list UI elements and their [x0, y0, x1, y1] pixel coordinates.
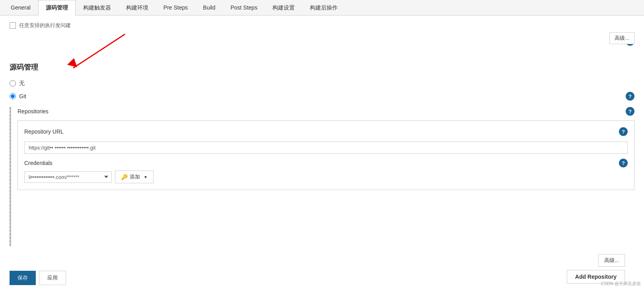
radio-none-input[interactable]: [10, 80, 16, 87]
red-arrow-svg: [57, 32, 129, 72]
tab-pre-steps[interactable]: Pre Steps: [156, 0, 195, 16]
repo-url-field-row: Repository URL ?: [24, 127, 628, 136]
radio-none-label: 无: [19, 80, 25, 87]
tab-build[interactable]: Build: [195, 0, 223, 16]
repository-box: Repository URL ? Credentials ? li•••••••…: [18, 120, 634, 190]
credentials-label: Credentials: [24, 160, 53, 166]
radio-git-option[interactable]: Git: [10, 93, 26, 99]
bottom-actions: 高级... Add Repository: [10, 254, 634, 283]
repo-url-input[interactable]: [24, 142, 628, 154]
credentials-help-icon[interactable]: ?: [619, 159, 628, 167]
save-button[interactable]: 保存: [10, 271, 36, 285]
repo-url-label: Repository URL: [24, 128, 64, 135]
repositories-section: Repositories ? Repository URL ? Credenti…: [10, 107, 634, 246]
bottom-panel: 保存 应用: [0, 266, 76, 290]
credentials-row: li•••••••••••••.com/****** 🔑 添加 ▼: [24, 171, 628, 183]
tab-build-trigger[interactable]: 构建触发器: [76, 0, 119, 16]
credentials-select[interactable]: li•••••••••••••.com/******: [24, 171, 112, 183]
content-area: 任意安排的执行发问建 ? 高级... 源码管理 无: [0, 16, 644, 290]
tab-bar: General 源码管理 构建触发器 构建环境 Pre Steps Build …: [0, 0, 644, 16]
tab-post-steps[interactable]: Post Steps: [223, 0, 265, 16]
repositories-label: Repositories: [18, 108, 49, 115]
repositories-help-icon[interactable]: ?: [626, 107, 634, 116]
tab-post-build[interactable]: 构建后操作: [302, 0, 345, 16]
tab-build-env[interactable]: 构建环境: [119, 0, 156, 16]
git-help-icon[interactable]: ?: [626, 92, 634, 101]
left-border-line: [10, 107, 11, 246]
advanced-button-top[interactable]: 高级...: [609, 32, 634, 44]
svg-marker-1: [67, 58, 77, 67]
arrow-annotation: 高级...: [10, 32, 634, 56]
key-icon: 🔑: [121, 174, 128, 180]
top-notice-row: 任意安排的执行发问建: [10, 22, 634, 29]
tab-build-settings[interactable]: 构建设置: [265, 0, 302, 16]
watermark: CSDN @天师吴彦祖: [601, 281, 641, 287]
radio-git-label: Git: [19, 93, 26, 99]
add-credentials-button[interactable]: 🔑 添加 ▼: [115, 171, 154, 183]
repos-header: Repositories ?: [18, 107, 634, 116]
repo-url-help-icon[interactable]: ?: [619, 127, 628, 136]
add-btn-label: 添加: [130, 173, 140, 181]
apply-button[interactable]: 应用: [39, 271, 66, 285]
add-dropdown-arrow-icon: ▼: [144, 175, 148, 179]
svg-line-0: [73, 34, 125, 68]
radio-git-input[interactable]: [10, 93, 16, 99]
tab-source-mgmt[interactable]: 源码管理: [38, 0, 76, 16]
top-checkbox[interactable]: [10, 22, 16, 29]
repos-content: Repositories ? Repository URL ? Credenti…: [18, 107, 634, 196]
credentials-field-row: Credentials ?: [24, 159, 628, 167]
tab-general[interactable]: General: [3, 0, 38, 16]
top-notice-text: 任意安排的执行发问建: [19, 22, 71, 29]
advanced-button-bottom[interactable]: 高级...: [598, 254, 625, 267]
radio-none-option[interactable]: 无: [10, 80, 634, 87]
